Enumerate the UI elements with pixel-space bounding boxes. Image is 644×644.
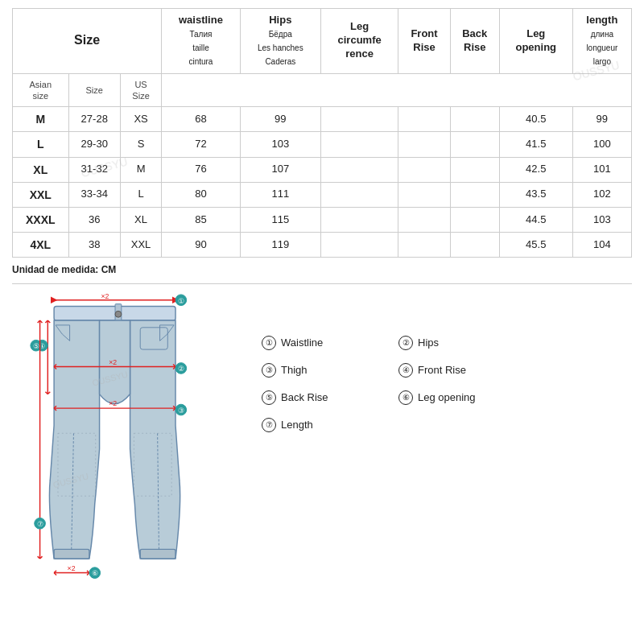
cell-row1-col0: L — [13, 132, 69, 157]
cell-row4-col4: 115 — [240, 207, 320, 232]
asian-size-subheader: Asiansize — [13, 73, 69, 107]
cell-row5-col6 — [398, 233, 450, 258]
table-row: M27-28XS689940.599 — [13, 107, 632, 132]
cell-row3-col4: 111 — [240, 182, 320, 207]
cell-row1-col5 — [320, 132, 398, 157]
legend-num-0: ① — [262, 336, 276, 350]
legend-item-0: ①Waistline — [262, 332, 390, 353]
cell-row4-col8: 44.5 — [499, 207, 572, 232]
cell-row0-col7 — [450, 107, 499, 132]
cell-row5-col9: 104 — [572, 233, 631, 258]
cell-row3-col5 — [320, 182, 398, 207]
svg-text:×2: ×2 — [109, 358, 117, 366]
cell-row4-col3: 85 — [162, 207, 241, 232]
cell-row2-col9: 101 — [572, 157, 631, 182]
cell-row0-col4: 99 — [240, 107, 320, 132]
cell-row2-col8: 42.5 — [499, 157, 572, 182]
cell-row1-col2: S — [120, 132, 161, 157]
back-rise-header: BackRise — [450, 9, 499, 74]
svg-point-2 — [115, 312, 122, 318]
length-header: lengthдлинаlongueurlargo — [572, 9, 631, 74]
cell-row5-col2: XXL — [120, 233, 161, 258]
cell-row1-col6 — [398, 132, 450, 157]
cell-row0-col6 — [398, 107, 450, 132]
table-row: XXL33-34L8011143.5102 — [13, 182, 632, 207]
legend-label-5: Leg opening — [418, 387, 476, 408]
cell-row0-col2: XS — [120, 107, 161, 132]
cell-row2-col5 — [320, 157, 398, 182]
legend-label-4: Back Rise — [281, 387, 328, 408]
svg-text:①: ① — [178, 297, 184, 305]
unit-label: Unidad de medida: CM — [12, 264, 632, 275]
cell-row1-col4: 103 — [240, 132, 320, 157]
leg-circ-header: Legcircumference — [320, 9, 398, 74]
cell-row3-col3: 80 — [162, 182, 241, 207]
legend-label-0: Waistline — [281, 332, 323, 353]
front-rise-header: FrontRise — [398, 9, 450, 74]
cell-row5-col5 — [320, 233, 398, 258]
cell-row3-col9: 102 — [572, 182, 631, 207]
table-row: 4XL38XXL9011945.5104 — [13, 233, 632, 258]
cell-row3-col0: XXL — [13, 182, 69, 207]
svg-text:⑤: ⑤ — [33, 342, 39, 350]
cell-row2-col2: M — [120, 157, 161, 182]
legend-num-2: ③ — [262, 363, 276, 378]
legend-container: ①Waistline②Hips③Thigh④Front Rise⑤Back Ri… — [262, 316, 527, 440]
cell-row3-col8: 43.5 — [499, 182, 572, 207]
svg-text:×2: ×2 — [101, 292, 109, 300]
cell-row5-col8: 45.5 — [499, 233, 572, 258]
svg-rect-6 — [54, 550, 89, 559]
cell-row0-col1: 27-28 — [68, 107, 120, 132]
legend-num-6: ⑦ — [262, 418, 276, 432]
size-subheader: Size — [68, 73, 120, 107]
us-size-subheader: USSize — [120, 73, 161, 107]
legend-label-1: Hips — [418, 332, 439, 353]
cell-row4-col0: XXXL — [13, 207, 69, 232]
cell-row1-col7 — [450, 132, 499, 157]
cell-row5-col0: 4XL — [13, 233, 69, 258]
svg-rect-7 — [140, 550, 175, 559]
svg-text:②: ② — [178, 365, 184, 374]
cell-row2-col1: 31-32 — [68, 157, 120, 182]
svg-text:⑦: ⑦ — [37, 520, 43, 528]
diagram-container: ×2 ① ×2 ② ×2 — [12, 292, 229, 590]
legend-item-1: ②Hips — [398, 332, 527, 353]
cell-row3-col6 — [398, 182, 450, 207]
legend-columns: ①Waistline②Hips③Thigh④Front Rise⑤Back Ri… — [262, 332, 527, 440]
legend-item-3: ④Front Rise — [398, 360, 527, 381]
cell-row0-col3: 68 — [162, 107, 241, 132]
cell-row3-col2: L — [120, 182, 161, 207]
cell-row2-col6 — [398, 157, 450, 182]
legend-num-3: ④ — [398, 363, 413, 378]
svg-text:×2: ×2 — [109, 399, 117, 407]
size-header: Size — [13, 9, 162, 74]
cell-row5-col4: 119 — [240, 233, 320, 258]
cell-row2-col3: 76 — [162, 157, 241, 182]
diagram-section: ×2 ① ×2 ② ×2 — [12, 283, 632, 590]
cell-row2-col4: 107 — [240, 157, 320, 182]
cell-row0-col8: 40.5 — [499, 107, 572, 132]
cell-row1-col8: 41.5 — [499, 132, 572, 157]
size-table: Size waistlineТалияtaillecintura HipsБёд… — [12, 8, 632, 258]
cell-row1-col3: 72 — [162, 132, 241, 157]
table-row: XXXL36XL8511544.5103 — [13, 207, 632, 232]
legend-num-4: ⑤ — [262, 390, 276, 405]
legend-label-6: Length — [281, 415, 313, 436]
cell-row0-col9: 99 — [572, 107, 631, 132]
cell-row0-col5 — [320, 107, 398, 132]
cell-row2-col0: XL — [13, 157, 69, 182]
table-row: L29-30S7210341.5100 — [13, 132, 632, 157]
svg-text:×2: ×2 — [68, 564, 76, 572]
cell-row0-col0: M — [13, 107, 69, 132]
legend-item-4: ⑤Back Rise — [262, 387, 390, 408]
svg-text:③: ③ — [178, 407, 184, 415]
legend-num-1: ② — [398, 336, 413, 350]
cell-row1-col1: 29-30 — [68, 132, 120, 157]
cell-row1-col9: 100 — [572, 132, 631, 157]
cell-row5-col1: 38 — [68, 233, 120, 258]
cell-row2-col7 — [450, 157, 499, 182]
page-wrapper: Size waistlineТалияtaillecintura HipsБёд… — [0, 0, 644, 598]
jeans-diagram: ×2 ① ×2 ② ×2 — [28, 292, 205, 590]
cell-row4-col1: 36 — [68, 207, 120, 232]
hips-header: HipsБёдраLes hanchesCaderas — [240, 9, 320, 74]
